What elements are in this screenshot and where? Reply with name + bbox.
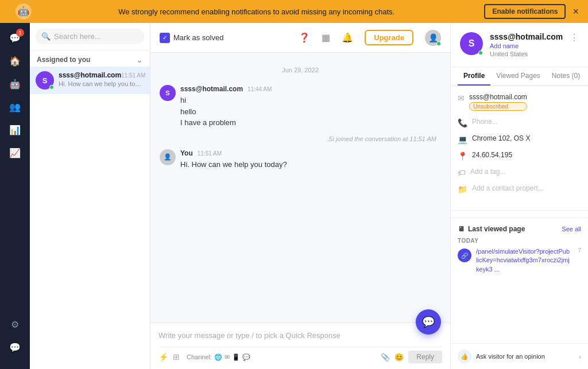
msg-header: ssss@hotmail.com 11:44 AM <box>180 85 441 93</box>
tab-profile[interactable]: Profile <box>458 67 490 86</box>
detail-phone-row: 📞 Phone... <box>458 118 581 127</box>
page-count: 7 <box>578 247 581 254</box>
contact-details: ✉ ssss@hotmail.com Unsubscribed 📞 Phone.… <box>451 86 588 208</box>
visitor-time: 11:44 AM <box>247 86 272 92</box>
property-icon: 📁 <box>458 185 467 194</box>
user-avatar-icon: 👤 <box>428 33 438 42</box>
browser-icon: 💻 <box>458 135 467 144</box>
search-input[interactable] <box>54 32 138 41</box>
visitor-message-group: S ssss@hotmail.com 11:44 AM hi hello I h… <box>160 85 441 129</box>
channel-icon-web: 🌐 <box>214 354 222 361</box>
property-placeholder[interactable]: Add a contact propert... <box>472 184 581 192</box>
nav-icon-home[interactable]: 🏠 <box>5 51 25 71</box>
ask-visitor-section[interactable]: 👍 Ask visitor for an opinion › <box>451 343 588 369</box>
msg-content: ssss@hotmail.com 11:44 AM hi hello I hav… <box>180 85 441 129</box>
mark-solved-label: Mark as solved <box>173 33 223 42</box>
agent-message-group: 👤 You 11:51 AM Hi. How can we help you t… <box>160 149 441 170</box>
agent-avatar: 👤 <box>160 149 176 165</box>
banner-logo: 🤖 <box>9 2 38 21</box>
search-box: 🔍 <box>30 23 150 51</box>
settings-icon: ⚙ <box>11 319 19 330</box>
nav-icon-profile[interactable]: 💬 <box>5 337 25 358</box>
nav-icon-analytics[interactable]: 📈 <box>5 142 25 163</box>
notification-icon[interactable]: 🔔 <box>342 32 353 43</box>
attachment-icon[interactable]: 📎 <box>381 353 390 362</box>
detail-ip-row: 📍 24.60.54.195 <box>458 151 581 161</box>
add-name-link[interactable]: Add name <box>490 42 563 49</box>
conv-avatar: S <box>36 71 54 90</box>
user-avatar: 👤 <box>425 30 441 46</box>
chat-input[interactable] <box>158 329 442 344</box>
nav-bottom: ⚙ 💬 <box>5 314 25 364</box>
email-value: ssss@hotmail.com <box>469 93 527 101</box>
nav-icon-contacts[interactable]: 👥 <box>5 96 25 117</box>
tab-notes[interactable]: Notes (0) <box>546 67 586 86</box>
mark-solved-button[interactable]: ✓ Mark as solved <box>160 33 223 43</box>
msg-text-3: I have a problem <box>180 117 441 129</box>
lightning-icon[interactable]: ⚡ <box>158 352 168 362</box>
browser-value: Chrome 102, OS X <box>472 134 581 142</box>
detail-browser-row: 💻 Chrome 102, OS X <box>458 134 581 144</box>
upgrade-button[interactable]: Upgrade <box>365 30 413 45</box>
chat-badge: 1 <box>16 29 24 37</box>
reports-icon: 📊 <box>9 125 21 135</box>
nav-icon-reports[interactable]: 📊 <box>5 119 25 140</box>
conversation-item[interactable]: S ssss@hotmail.com 11:51 AM Hi. How can … <box>30 67 150 94</box>
msg-text-1: hi <box>180 95 441 106</box>
profile-icon: 💬 <box>9 342 21 353</box>
email-icon: ✉ <box>458 94 465 103</box>
section-title: Assigned to you <box>37 56 90 64</box>
contact-location: United States <box>490 51 563 57</box>
contact-header: S ssss@hotmail.com Add name United State… <box>451 23 588 67</box>
user-online-dot <box>436 41 441 46</box>
location-icon: 📍 <box>458 152 467 161</box>
email-detail: ssss@hotmail.com Unsubscribed <box>469 93 527 111</box>
tag-placeholder[interactable]: Add a tag... <box>470 168 581 176</box>
send-button[interactable]: Reply <box>408 351 442 363</box>
tab-more-button[interactable]: ··· <box>586 67 588 86</box>
contact-email: ssss@hotmail.com <box>490 32 563 41</box>
nav-icon-bot[interactable]: 🤖 <box>5 73 25 94</box>
emoji-icon[interactable]: 😊 <box>394 353 404 362</box>
online-indicator <box>49 85 54 90</box>
section-header: Assigned to you ⌄ <box>30 51 150 67</box>
analytics-icon: 📈 <box>9 147 21 158</box>
search-wrapper: 🔍 <box>36 29 144 44</box>
banner-close-button[interactable]: × <box>572 6 579 18</box>
channel-icon-phone: 📱 <box>232 354 240 361</box>
page-url[interactable]: /panel/simulateVisitor?projectPublicKey=… <box>476 247 571 274</box>
date-divider: Jun 29, 2022 <box>160 67 441 73</box>
conv-time: 11:51 AM <box>121 72 145 79</box>
home-icon: 🏠 <box>9 56 21 67</box>
chat-messages: Jun 29, 2022 S ssss@hotmail.com 11:44 AM… <box>150 53 450 323</box>
system-message: Si joined the conversation at 11:51 AM <box>160 135 441 142</box>
agent-name: You <box>180 149 193 157</box>
contact-tabs: Profile Viewed Pages Notes (0) ··· <box>451 67 588 86</box>
last-viewed-section: 🖥 Last viewed page See all TODAY 🔗 /pane… <box>451 217 588 281</box>
contacts-icon: 👥 <box>9 102 21 112</box>
conv-name: ssss@hotmail.com <box>59 71 121 79</box>
conv-preview: Hi. How can we help you today? <box>59 80 144 87</box>
see-all-link[interactable]: See all <box>562 226 581 232</box>
ip-value: 24.60.54.195 <box>472 151 581 159</box>
help-icon[interactable]: ❓ <box>299 32 310 43</box>
fab-chat-button[interactable]: 💬 <box>416 309 441 335</box>
grid-icon[interactable]: ⊞ <box>173 352 180 362</box>
contact-more-button[interactable]: ⋮ <box>570 32 579 43</box>
section-divider <box>451 210 588 211</box>
channel-text: Channel: <box>187 354 212 360</box>
channel-icon-more: 💬 <box>242 354 250 361</box>
ask-visitor-arrow[interactable]: › <box>579 352 581 361</box>
enable-notifications-button[interactable]: Enable notifications <box>484 4 566 19</box>
agent-avatar-icon: 👤 <box>164 153 172 161</box>
nav-icon-settings[interactable]: ⚙ <box>5 314 25 335</box>
last-viewed-title: 🖥 Last viewed page <box>458 225 525 233</box>
section-toggle[interactable]: ⌄ <box>136 55 143 64</box>
search-icon: 🔍 <box>41 32 51 41</box>
tab-viewed-pages[interactable]: Viewed Pages <box>490 67 546 86</box>
phone-placeholder[interactable]: Phone... <box>472 118 581 126</box>
fab-icon: 💬 <box>422 316 435 328</box>
page-link-icon: 🔗 <box>458 248 471 262</box>
widget-icon[interactable]: ▦ <box>322 32 330 43</box>
nav-icon-chat[interactable]: 💬 1 <box>5 28 25 48</box>
